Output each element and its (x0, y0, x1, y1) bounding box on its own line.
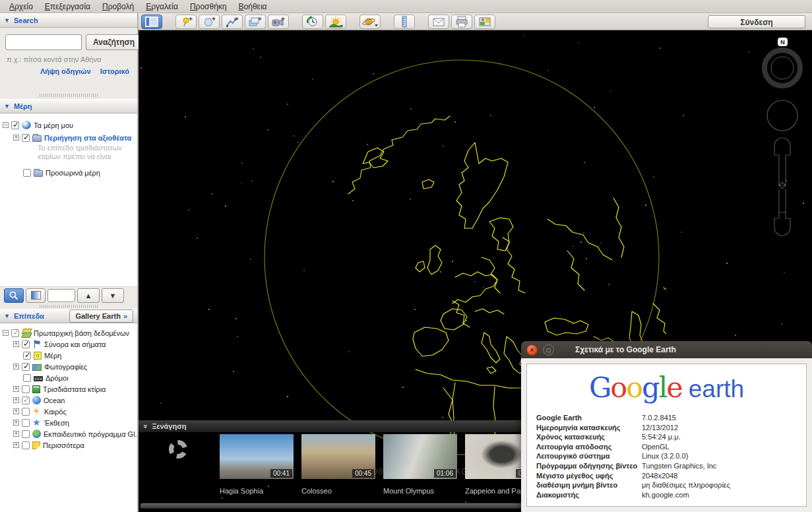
expander-icon[interactable]: + (13, 135, 19, 141)
gallery-earth-button[interactable]: Gallery Earth » (69, 309, 133, 323)
layer-3d-buildings[interactable]: + Τρισδιάστατα κτίρια (0, 383, 137, 395)
search-hint: π.χ.: πίτσα κοντά στην Αθήνα (0, 50, 137, 63)
tree-item-my-places[interactable]: − Τα μέρη μου (0, 119, 137, 131)
checkbox[interactable] (22, 441, 30, 449)
primary-database-icon (22, 329, 31, 337)
checkbox[interactable] (23, 169, 31, 177)
map-viewport[interactable]: N © 2009 GeoBasis-DE/BKG » Ξενάγ (139, 30, 812, 512)
star (208, 309, 210, 310)
checkbox[interactable] (22, 419, 30, 427)
tour-speed-input[interactable] (47, 289, 75, 302)
expander-icon[interactable]: + (13, 420, 19, 426)
star (735, 335, 736, 336)
search-places-button[interactable] (4, 288, 24, 303)
tree-item-sightseeing-tour[interactable]: + Περιήγηση στα αξιοθέατα (0, 131, 137, 144)
checkbox[interactable] (22, 408, 30, 416)
history-link[interactable]: Ιστορικό (100, 67, 129, 75)
expander-icon[interactable]: + (13, 431, 19, 437)
tour-thumbnail-mount-olympus[interactable]: 01:06 (383, 434, 457, 479)
zoom-slider[interactable] (774, 138, 790, 236)
expander-icon[interactable]: − (3, 330, 9, 336)
checkbox[interactable] (22, 385, 30, 393)
menu-help[interactable]: Βοήθεια (234, 1, 272, 13)
sign-in-button[interactable]: Σύνδεση (708, 15, 805, 28)
dialog-titlebar[interactable]: × ▢ Σχετικά με το Google Earth (521, 341, 812, 358)
menu-view[interactable]: Προβολή (97, 1, 139, 13)
historical-imagery-button[interactable] (302, 15, 323, 29)
layer-borders-labels[interactable]: + Σύνορα και σήματα (0, 338, 137, 350)
layer-roads[interactable]: Δρόμοι (0, 372, 137, 383)
expander-icon[interactable]: + (13, 408, 19, 414)
opacity-button[interactable] (26, 288, 46, 303)
expander-icon[interactable]: + (13, 442, 19, 448)
expander-icon[interactable]: + (13, 364, 19, 369)
layers-panel-header[interactable]: ▼ Επίπεδα Gallery Earth » (0, 309, 137, 323)
tree-item-label: Περιήγηση στα αξιοθέατα (44, 134, 131, 142)
menu-add[interactable]: Προσθήκη (185, 1, 232, 13)
menu-edit[interactable]: Επεξεργασία (40, 1, 96, 13)
add-placemark-button[interactable] (175, 15, 197, 29)
ruler-button[interactable] (394, 15, 415, 29)
add-path-button[interactable] (222, 15, 243, 29)
zoom-in-button[interactable] (774, 138, 790, 185)
sunlight-button[interactable] (325, 15, 346, 29)
layer-global-awareness[interactable]: + Εκπαιδευτικό πρόγραμμα Gl... (0, 428, 137, 439)
star (253, 48, 254, 49)
layer-ocean[interactable]: + Ocean (0, 395, 137, 406)
play-tour-up-button[interactable]: ▲ (77, 288, 100, 303)
print-button[interactable] (451, 15, 472, 29)
checkbox[interactable] (23, 352, 31, 360)
zoom-out-button[interactable] (774, 212, 790, 236)
expander-icon[interactable]: − (3, 122, 9, 128)
menu-tools[interactable]: Εργαλεία (141, 1, 183, 13)
add-polygon-icon (201, 15, 217, 28)
menu-bar: Αρχείο Επεξεργασία Προβολή Εργαλεία Προσ… (0, 0, 812, 13)
checkbox[interactable] (22, 397, 30, 404)
layer-photos[interactable]: + Φωτογραφίες (0, 361, 137, 372)
checkbox[interactable] (22, 134, 30, 142)
checkbox[interactable] (23, 374, 31, 382)
sidebar-toggle-button[interactable] (141, 15, 162, 29)
close-icon[interactable]: × (526, 344, 538, 356)
tour-thumbnail-colosseo[interactable]: 00:45 (301, 434, 375, 479)
tree-item-temporary-places[interactable]: Προσωρινά μέρη (0, 166, 137, 179)
planets-button[interactable] (359, 15, 381, 29)
get-directions-link[interactable]: Λήψη οδηγιών (40, 67, 91, 75)
expander-icon[interactable]: + (13, 397, 19, 403)
global-awareness-icon (32, 430, 41, 438)
play-tour-down-button[interactable]: ▼ (102, 288, 124, 303)
email-button[interactable] (428, 15, 449, 29)
search-panel-header[interactable]: ▼ Search (0, 13, 137, 28)
save-image-button[interactable] (474, 15, 495, 29)
search-panel-resize-grip[interactable] (40, 94, 98, 97)
layer-primary-database[interactable]: − Πρωταρχική βάση δεδομένων (0, 327, 137, 338)
layer-places[interactable]: Μέρη (0, 350, 137, 361)
checkbox[interactable] (11, 121, 19, 129)
expander-icon[interactable]: + (13, 386, 19, 392)
search-button[interactable]: Αναζήτηση (86, 34, 142, 50)
tour-thumbnail-hagia-sophia[interactable]: 00:41 (220, 434, 294, 479)
layer-gallery[interactable]: + Έκθεση (0, 417, 137, 428)
add-image-overlay-button[interactable] (245, 15, 266, 29)
layer-label: Τρισδιάστατα κτίρια (43, 385, 106, 393)
checkbox[interactable] (11, 329, 19, 337)
checkbox[interactable] (22, 363, 30, 371)
checkbox[interactable] (22, 430, 30, 438)
add-polygon-button[interactable] (199, 15, 220, 29)
compass-ring[interactable]: N (765, 38, 800, 86)
checkbox[interactable] (22, 340, 30, 348)
menu-file[interactable]: Αρχείο (4, 1, 38, 13)
search-input[interactable] (5, 34, 82, 50)
star (523, 35, 524, 36)
move-joystick[interactable] (767, 100, 797, 131)
layer-more[interactable]: + Περισσότερα (0, 439, 137, 451)
places-panel-header[interactable]: ▼ Μέρη (0, 99, 137, 113)
navigation-controls[interactable]: N (756, 35, 809, 240)
layer-label: Φωτογραφίες (44, 363, 87, 371)
layer-weather[interactable]: + Καιρός (0, 406, 137, 417)
restore-icon[interactable]: ▢ (543, 344, 554, 356)
expander-icon[interactable]: + (13, 341, 19, 347)
layers-panel-resize-grip[interactable] (40, 305, 98, 308)
record-tour-icon (270, 15, 286, 28)
record-tour-button[interactable] (268, 15, 289, 29)
